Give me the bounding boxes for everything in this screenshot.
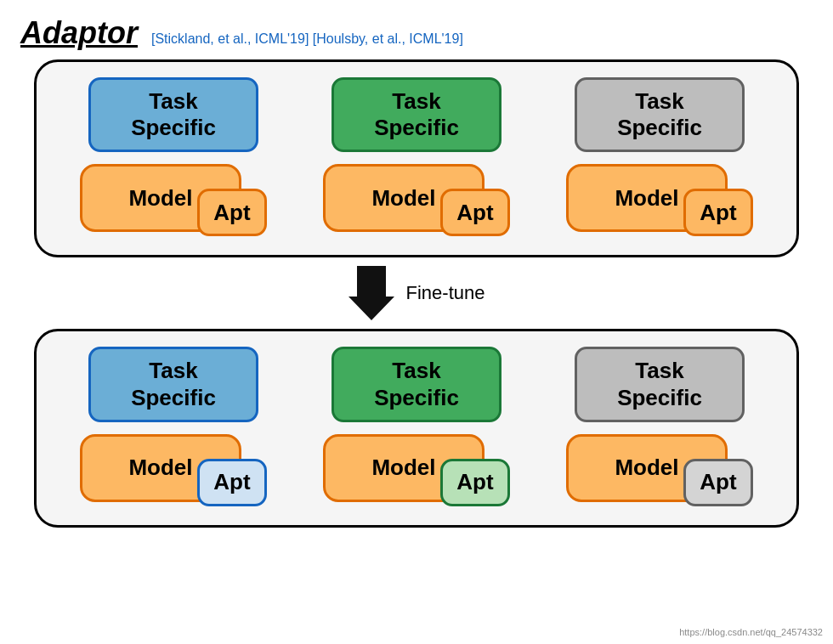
- top-group-3: TaskSpecific Model Apt: [549, 77, 770, 236]
- bottom-task-box-3: TaskSpecific: [575, 347, 745, 421]
- page-title: Adaptor: [20, 15, 138, 51]
- bottom-group-2: TaskSpecific Model Apt: [306, 347, 527, 506]
- bottom-outer-box: TaskSpecific Model Apt TaskSpecific Mode…: [34, 329, 799, 527]
- bottom-group-3: TaskSpecific Model Apt: [549, 347, 770, 506]
- top-outer-box: TaskSpecific Model Apt TaskSpecific Mode…: [34, 59, 799, 257]
- citations-text: [Stickland, et al., ICML'19] [Houlsby, e…: [151, 31, 463, 47]
- bottom-model-apt-1: Model Apt: [80, 434, 267, 506]
- bottom-apt-box-2: Apt: [440, 459, 510, 506]
- top-model-apt-1: Model Apt: [80, 164, 267, 236]
- top-group-2: TaskSpecific Model Apt: [306, 77, 527, 236]
- main-diagram: TaskSpecific Model Apt TaskSpecific Mode…: [0, 59, 833, 528]
- top-apt-box-2: Apt: [440, 189, 510, 236]
- arrow-section: Fine-tune: [34, 257, 799, 329]
- top-task-box-2: TaskSpecific: [332, 77, 502, 152]
- bottom-apt-box-3: Apt: [683, 459, 753, 506]
- down-arrow-icon: [348, 266, 394, 320]
- top-apt-box-1: Apt: [197, 189, 267, 236]
- bottom-apt-box-1: Apt: [197, 459, 267, 506]
- bottom-task-box-1: TaskSpecific: [88, 347, 258, 421]
- top-task-box-1: TaskSpecific: [88, 77, 258, 152]
- page-header: Adaptor [Stickland, et al., ICML'19] [Ho…: [0, 0, 833, 59]
- bottom-task-row: TaskSpecific Model Apt TaskSpecific Mode…: [57, 347, 776, 506]
- bottom-model-apt-3: Model Apt: [566, 434, 753, 506]
- top-apt-box-3: Apt: [683, 189, 753, 236]
- top-task-box-3: TaskSpecific: [575, 77, 745, 152]
- top-model-apt-2: Model Apt: [323, 164, 510, 236]
- bottom-group-1: TaskSpecific Model Apt: [63, 347, 284, 506]
- fine-tune-label: Fine-tune: [406, 282, 485, 304]
- top-model-apt-3: Model Apt: [566, 164, 753, 236]
- watermark-text: https://blog.csdn.net/qq_24574332: [679, 627, 823, 637]
- top-group-1: TaskSpecific Model Apt: [63, 77, 284, 236]
- bottom-task-box-2: TaskSpecific: [332, 347, 502, 421]
- top-task-row: TaskSpecific Model Apt TaskSpecific Mode…: [57, 77, 776, 236]
- svg-marker-0: [348, 266, 394, 320]
- bottom-model-apt-2: Model Apt: [323, 434, 510, 506]
